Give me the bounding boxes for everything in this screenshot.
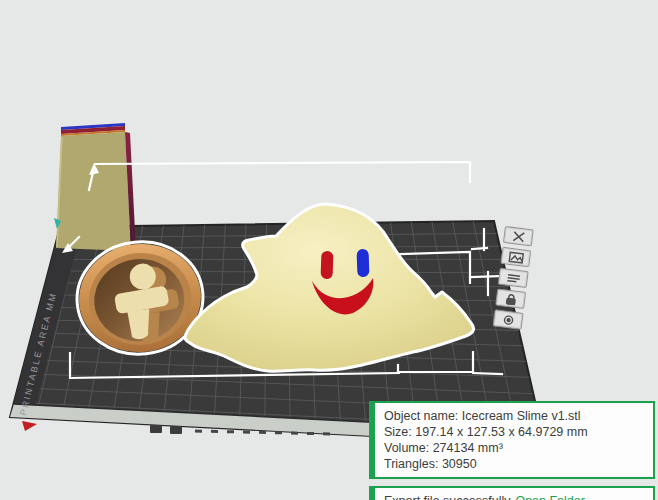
plate-band-icon-2 <box>170 426 182 434</box>
object-triangles-line: Triangles: 30950 <box>384 456 644 472</box>
export-notification: Export file successfullyOpen Folder <box>369 486 655 500</box>
delete-plate-icon[interactable] <box>503 226 534 246</box>
export-message: Export file successfully <box>384 494 510 500</box>
object-size-line: Size: 197.14 x 127.53 x 64.9729 mm <box>384 424 644 440</box>
rename-plate-icon[interactable] <box>498 268 529 288</box>
open-folder-link[interactable]: Open Folder <box>515 494 584 500</box>
plate-band-icon-1 <box>150 425 162 433</box>
object-info-panel: Object name: Icecream Slime v1.stl Size:… <box>369 401 655 479</box>
slime-right-eye <box>357 249 370 277</box>
slime-left-eye <box>321 251 334 279</box>
object-volume-line: Volume: 274134 mm³ <box>384 440 644 456</box>
plate-settings-icon[interactable] <box>493 309 524 329</box>
plate-logo-red <box>22 421 37 431</box>
object-name-line: Object name: Icecream Slime v1.stl <box>384 408 644 424</box>
arrange-plate-icon[interactable] <box>500 247 531 267</box>
lock-plate-icon[interactable] <box>495 289 526 309</box>
slicer-viewport: { "scene": { "background_color": "#e6e7e… <box>0 0 658 500</box>
